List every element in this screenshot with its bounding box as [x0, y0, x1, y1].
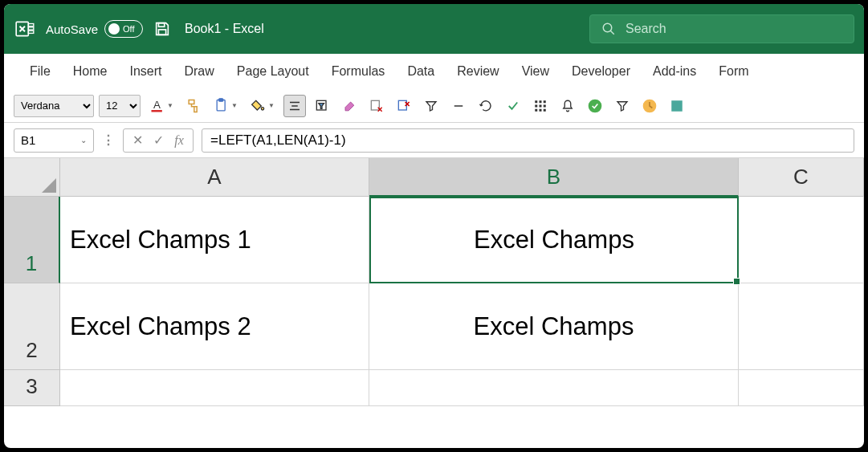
search-input[interactable] — [626, 22, 842, 36]
save-button[interactable] — [153, 19, 172, 39]
formula-text: =LEFT(A1,LEN(A1)-1) — [210, 132, 346, 149]
svg-point-12 — [261, 107, 263, 109]
search-box[interactable] — [589, 14, 854, 43]
name-box-value: B1 — [21, 133, 35, 147]
ribbon-tabs: File Home Insert Draw Page Layout Formul… — [4, 54, 864, 89]
check-circle-icon[interactable] — [584, 95, 606, 117]
tab-review[interactable]: Review — [446, 54, 510, 89]
row-headers: 1 2 3 — [4, 197, 60, 448]
svg-rect-25 — [540, 100, 542, 103]
cell-a2[interactable]: Excel Champs 2 — [60, 283, 369, 370]
tab-developer[interactable]: Developer — [560, 54, 642, 89]
format-painter-button[interactable] — [182, 95, 205, 117]
column-header-b[interactable]: B — [369, 158, 739, 197]
cell-a3[interactable] — [60, 370, 369, 406]
svg-rect-3 — [28, 31, 34, 33]
column-header-a[interactable]: A — [60, 158, 369, 197]
formula-input[interactable]: =LEFT(A1,LEN(A1)-1) — [202, 128, 854, 153]
grid-icon[interactable] — [529, 95, 552, 117]
row-3-cells — [60, 370, 864, 406]
formula-buttons: ✕ ✓ fx — [123, 128, 194, 153]
document-title: Book1 - Excel — [185, 22, 264, 36]
cell-c1[interactable] — [739, 197, 864, 283]
spreadsheet-grid: A B C 1 2 3 Excel Champs 1 Excel Champs … — [4, 158, 864, 448]
svg-rect-26 — [544, 100, 546, 103]
cell-c3[interactable] — [739, 370, 864, 406]
bell-icon[interactable] — [556, 95, 579, 117]
svg-point-33 — [589, 99, 602, 112]
autosave-toggle[interactable]: Off — [104, 20, 143, 38]
chevron-down-icon: ▼ — [268, 102, 275, 109]
clear-format-button[interactable] — [365, 95, 388, 117]
chevron-down-icon: ▼ — [231, 102, 238, 109]
name-box[interactable]: B1 ⌄ — [14, 128, 94, 153]
fx-button[interactable]: fx — [170, 132, 188, 149]
svg-rect-30 — [535, 108, 537, 111]
autosave-label: AutoSave — [46, 22, 98, 36]
paste-button[interactable]: ▼ — [210, 95, 242, 117]
eraser-button[interactable] — [338, 95, 361, 117]
color-square-icon[interactable] — [666, 95, 688, 117]
tab-formulas[interactable]: Formulas — [320, 54, 397, 89]
font-name-select[interactable]: Verdana — [14, 95, 94, 117]
grid-body: 1 2 3 Excel Champs 1 Excel Champs Excel … — [4, 197, 864, 448]
tab-format[interactable]: Form — [707, 54, 760, 89]
fill-color-button[interactable]: ▼ — [247, 95, 279, 117]
cell-a1[interactable]: Excel Champs 1 — [60, 197, 369, 283]
quick-access-toolbar: Verdana 12 A▼ ▼ ▼ — [4, 89, 864, 123]
tab-add-ins[interactable]: Add-ins — [642, 54, 707, 89]
center-align-button[interactable] — [283, 95, 306, 117]
checkmark-button[interactable] — [502, 95, 524, 117]
titlebar: AutoSave Off Book1 - Excel — [4, 4, 864, 54]
tab-insert[interactable]: Insert — [118, 54, 173, 89]
tab-data[interactable]: Data — [396, 54, 446, 89]
cell-b1[interactable]: Excel Champs — [369, 197, 739, 283]
delete-button[interactable] — [393, 95, 415, 117]
toggle-knob — [108, 23, 120, 35]
chevron-down-icon: ⌄ — [80, 136, 87, 145]
tab-page-layout[interactable]: Page Layout — [226, 54, 320, 89]
tab-draw[interactable]: Draw — [173, 54, 225, 89]
search-icon — [601, 22, 616, 36]
row-1-cells: Excel Champs 1 Excel Champs — [60, 197, 864, 283]
excel-window: AutoSave Off Book1 - Excel File Home Ins… — [4, 4, 864, 448]
svg-rect-5 — [158, 30, 165, 35]
font-color-button[interactable]: A▼ — [145, 95, 177, 117]
accept-formula-button[interactable]: ✓ — [149, 132, 167, 149]
svg-rect-1 — [28, 24, 34, 26]
row-header-2[interactable]: 2 — [4, 283, 60, 370]
svg-rect-4 — [158, 23, 164, 27]
minus-button[interactable] — [447, 95, 470, 117]
filter-button[interactable] — [311, 95, 333, 117]
svg-rect-29 — [544, 104, 546, 107]
column-header-c[interactable]: C — [739, 158, 864, 197]
excel-logo-icon — [14, 18, 36, 40]
svg-line-7 — [610, 31, 614, 35]
cancel-formula-button[interactable]: ✕ — [128, 132, 146, 149]
cells-area: Excel Champs 1 Excel Champs Excel Champs… — [60, 197, 864, 448]
svg-rect-2 — [28, 27, 34, 30]
svg-rect-9 — [152, 110, 162, 112]
svg-rect-32 — [544, 108, 546, 111]
funnel2-icon[interactable] — [611, 95, 634, 117]
cell-c2[interactable] — [739, 283, 864, 370]
cell-b2[interactable]: Excel Champs — [369, 283, 739, 370]
row-header-3[interactable]: 3 — [4, 370, 60, 406]
clock-icon[interactable] — [638, 95, 661, 117]
autosave-control[interactable]: AutoSave Off — [46, 20, 143, 38]
funnel-icon[interactable] — [420, 95, 442, 117]
font-size-select[interactable]: 12 — [99, 95, 141, 117]
svg-rect-11 — [219, 98, 223, 100]
tab-file[interactable]: File — [18, 54, 62, 89]
row-header-1[interactable]: 1 — [4, 197, 60, 283]
svg-rect-27 — [535, 104, 537, 107]
chevron-down-icon: ▼ — [167, 102, 173, 109]
svg-rect-24 — [535, 100, 537, 103]
tab-home[interactable]: Home — [62, 54, 119, 89]
divider: ⋮ — [102, 132, 115, 148]
column-headers: A B C — [4, 158, 864, 197]
tab-view[interactable]: View — [511, 54, 560, 89]
cell-b3[interactable] — [369, 370, 739, 406]
select-all-corner[interactable] — [4, 158, 60, 197]
refresh-button[interactable] — [475, 95, 497, 117]
